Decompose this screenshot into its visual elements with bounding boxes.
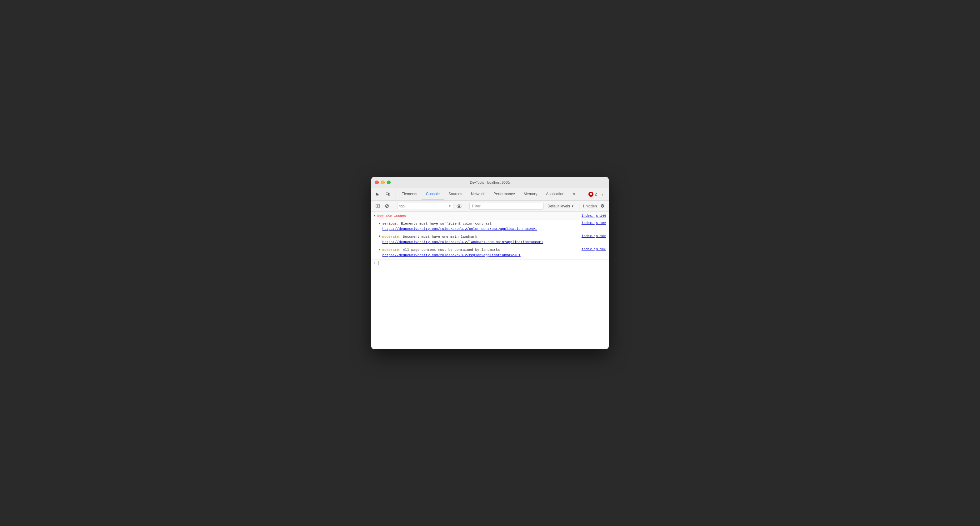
- issue-toggle-icon-2[interactable]: ▼: [379, 235, 380, 238]
- group-title: New aXe issues: [377, 214, 406, 218]
- context-selector[interactable]: top ▼: [397, 203, 453, 209]
- issue-content-3: moderate: All page content must be conta…: [382, 247, 581, 258]
- divider-3: [579, 203, 579, 209]
- tab-performance[interactable]: Performance: [489, 188, 519, 200]
- error-badge[interactable]: ✕ 2: [589, 192, 597, 197]
- severity-label-3: moderate:: [382, 248, 401, 252]
- execute-icon[interactable]: [374, 202, 381, 210]
- issue-link-2[interactable]: https://dequeuniversity.com/rules/axe/3.…: [382, 240, 581, 245]
- issue-content-1: serious: Elements must have sufficient c…: [382, 221, 581, 232]
- tab-elements[interactable]: Elements: [397, 188, 422, 200]
- divider-2: [466, 203, 466, 209]
- tab-application[interactable]: Application: [542, 188, 569, 200]
- prompt-arrow: ❯: [374, 261, 376, 265]
- console-toolbar: top ▼ Default levels ▼ 1 hidden: [371, 200, 609, 212]
- console-content: ▼ New aXe issues index.js:146 ▶ serious:…: [371, 212, 609, 349]
- issue-file-ref-3[interactable]: index.js:166: [582, 247, 606, 251]
- tab-bar-right: ✕ 2 ⋮: [589, 188, 609, 200]
- severity-label-1: serious:: [382, 222, 399, 226]
- issue-item-moderate-2: ▶ moderate: All page content must be con…: [371, 246, 609, 259]
- issue-item-moderate-1: ▼ moderate: Document must have one main …: [371, 233, 609, 246]
- context-dropdown-arrow: ▼: [449, 205, 451, 208]
- svg-rect-1: [389, 193, 390, 195]
- svg-line-5: [386, 205, 388, 207]
- clear-icon[interactable]: [383, 202, 391, 210]
- device-toolbar-icon[interactable]: [384, 190, 392, 198]
- issue-text-3: All page content must be contained by la…: [403, 248, 500, 252]
- issue-item-serious: ▶ serious: Elements must have sufficient…: [371, 220, 609, 233]
- issue-content-2: moderate: Document must have one main la…: [382, 234, 581, 245]
- issue-file-ref-1[interactable]: index.js:166: [582, 221, 606, 225]
- cursor: [378, 261, 379, 265]
- issue-toggle-icon-1[interactable]: ▶: [379, 222, 380, 225]
- more-options-button[interactable]: ⋮: [599, 191, 606, 198]
- tab-network[interactable]: Network: [466, 188, 489, 200]
- issue-link-3[interactable]: https://dequeuniversity.com/rules/axe/3.…: [382, 253, 581, 258]
- close-button[interactable]: [375, 181, 379, 184]
- levels-arrow: ▼: [571, 205, 574, 208]
- issue-group-header[interactable]: ▼ New aXe issues index.js:146: [371, 212, 609, 220]
- issue-link-1[interactable]: https://dequeuniversity.com/rules/axe/3.…: [382, 226, 581, 232]
- issue-text-2: Document must have one main landmark: [403, 235, 477, 238]
- maximize-button[interactable]: [387, 181, 391, 184]
- window-title: DevTools - localhost:3000/: [470, 181, 510, 184]
- severity-label-2: moderate:: [382, 235, 401, 238]
- svg-marker-3: [377, 205, 379, 207]
- svg-rect-0: [386, 193, 388, 195]
- console-input-row: ❯: [371, 259, 609, 266]
- minimize-button[interactable]: [381, 181, 385, 184]
- console-input[interactable]: [378, 261, 379, 265]
- tab-sources[interactable]: Sources: [444, 188, 466, 200]
- filter-input[interactable]: [469, 203, 544, 210]
- issue-file-ref-2[interactable]: index.js:166: [582, 234, 606, 238]
- svg-point-8: [602, 205, 603, 207]
- traffic-lights: [375, 181, 391, 184]
- tab-memory[interactable]: Memory: [519, 188, 542, 200]
- eye-icon[interactable]: [455, 202, 463, 210]
- inspector-icon[interactable]: [374, 190, 382, 198]
- title-bar: DevTools - localhost:3000/: [371, 177, 609, 188]
- levels-button[interactable]: Default levels ▼: [546, 203, 576, 209]
- devtools-icons: [374, 188, 396, 200]
- issue-toggle-icon-3[interactable]: ▶: [379, 248, 380, 251]
- tab-console[interactable]: Console: [422, 188, 444, 200]
- svg-point-7: [458, 205, 460, 207]
- error-icon: ✕: [589, 192, 593, 197]
- hidden-count: 1 hidden: [582, 204, 597, 208]
- settings-icon[interactable]: [599, 202, 606, 210]
- devtools-window: DevTools - localhost:3000/ Elements Cons…: [371, 177, 609, 349]
- issue-text-1: Elements must have sufficient color cont…: [401, 222, 492, 226]
- group-toggle-icon: ▼: [374, 214, 375, 218]
- divider-1: [394, 203, 394, 209]
- tab-more[interactable]: »: [569, 188, 580, 200]
- group-file-ref[interactable]: index.js:146: [582, 214, 606, 218]
- tab-bar: Elements Console Sources Network Perform…: [371, 188, 609, 200]
